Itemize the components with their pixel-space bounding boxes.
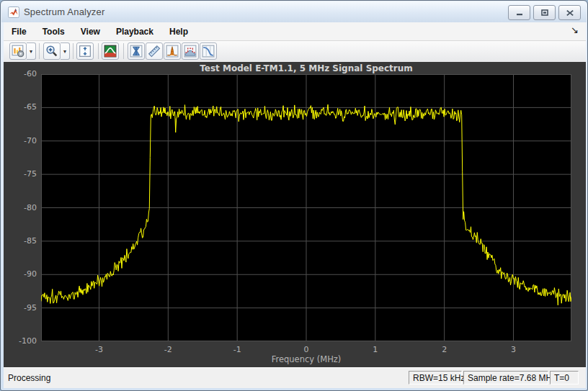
distortion-measurements-icon (148, 45, 161, 58)
peak-finder-button[interactable] (164, 42, 181, 60)
spectrum-trace-svg (41, 74, 571, 341)
menu-item-file[interactable]: File (4, 24, 35, 40)
plot-axes[interactable] (41, 74, 571, 341)
toolbar: ▾ ▾ (4, 41, 586, 63)
minimize-icon (515, 9, 524, 17)
menu-item-tools[interactable]: Tools (35, 24, 73, 40)
menu-bar: File Tools View Playback Help ↘ (4, 22, 586, 41)
y-tick-label: -80 (5, 203, 37, 212)
matlab-app-icon (8, 6, 19, 18)
x-tick-label: -3 (95, 345, 103, 354)
x-tick-label: -1 (233, 345, 241, 354)
y-tick-label: -75 (5, 169, 37, 179)
y-tick-label: -60 (5, 69, 37, 78)
window-title: Spectrum Analyzer (24, 6, 105, 17)
y-tick-label: -65 (5, 102, 37, 112)
configuration-properties-button[interactable] (9, 42, 27, 60)
spectrum-settings-button[interactable] (102, 42, 119, 60)
dock-arrow-icon[interactable]: ↘ (571, 24, 579, 35)
configuration-properties-dropdown[interactable]: ▾ (27, 42, 36, 60)
ccdf-measurements-button[interactable] (200, 42, 217, 60)
maximize-icon (540, 9, 549, 17)
close-button[interactable] (558, 5, 581, 20)
y-tick-label: -100 (5, 336, 37, 346)
peak-finder-icon (166, 45, 179, 58)
y-tick-label: -95 (5, 303, 37, 313)
maximize-button[interactable] (533, 5, 556, 20)
status-bar: Processing RBW=15 kHz Sample rate=7.68 M… (4, 367, 586, 388)
spectral-mask-button[interactable] (182, 42, 199, 60)
zoom-in-button[interactable] (43, 42, 61, 60)
minimize-button[interactable] (508, 5, 530, 20)
window-titlebar[interactable]: Spectrum Analyzer (1, 1, 587, 22)
x-tick-label: 1 (373, 345, 378, 354)
y-tick-label: -70 (5, 136, 37, 145)
zoom-dropdown[interactable]: ▾ (61, 42, 70, 60)
x-tick-label: 2 (442, 345, 447, 354)
menu-item-help[interactable]: Help (161, 24, 196, 40)
y-tick-label: -85 (5, 236, 37, 246)
spectrum-plot: Test Model E-TM1.1, 5 MHz Signal Spectru… (4, 62, 586, 367)
cursor-measurements-icon (130, 45, 143, 58)
plot-title: Test Model E-TM1.1, 5 MHz Signal Spectru… (41, 63, 571, 73)
rbw-status-field: RBW=15 kHz (409, 371, 462, 385)
x-tick-label: 0 (304, 345, 309, 354)
menu-item-playback[interactable]: Playback (108, 24, 161, 40)
x-axis-label: Frequency (MHz) (41, 354, 571, 364)
fit-to-view-icon (79, 45, 92, 58)
spectral-mask-icon (184, 45, 197, 58)
menu-item-view[interactable]: View (73, 24, 108, 40)
fit-to-view-button[interactable] (76, 42, 94, 60)
distortion-measurements-button[interactable] (146, 42, 163, 60)
x-tick-label: 3 (511, 345, 516, 354)
time-status-field: T=0 (550, 371, 579, 385)
close-icon (566, 9, 574, 17)
spectrum-settings-icon (104, 45, 117, 58)
configuration-properties-icon (12, 45, 24, 58)
sample-rate-status-field: Sample rate=7.68 MHz (463, 371, 548, 385)
x-tick-label: -2 (164, 345, 172, 354)
cursor-measurements-button[interactable] (128, 42, 145, 60)
status-message: Processing (8, 373, 50, 383)
y-tick-label: -90 (5, 269, 37, 279)
spectrum-analyzer-window: Spectrum Analyzer File Tools View Playba… (0, 0, 588, 391)
ccdf-measurements-icon (202, 45, 215, 58)
zoom-in-icon (45, 45, 58, 58)
